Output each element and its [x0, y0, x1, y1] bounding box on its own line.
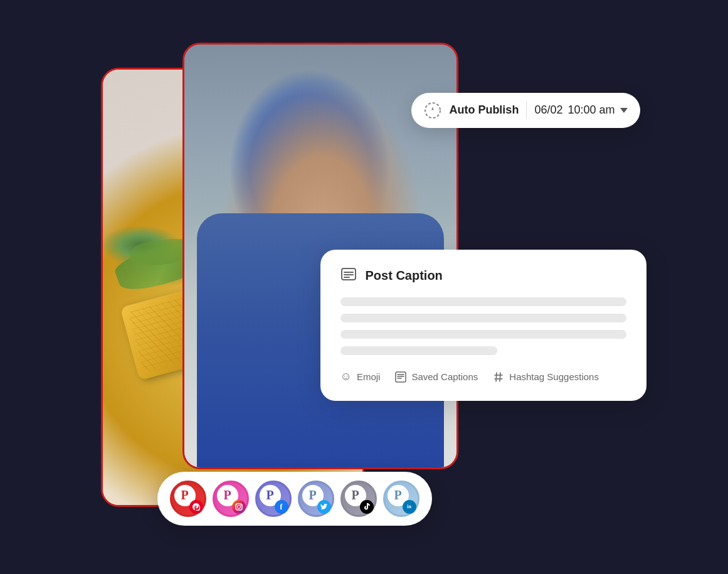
social-icons-pill: P P P f P	[157, 472, 432, 526]
social-icon-instagram[interactable]: P	[213, 481, 249, 517]
post-caption-card: Post Caption ☺ Emoji Saved Captions	[320, 250, 646, 401]
svg-point-0	[425, 103, 440, 118]
caption-line-2	[340, 314, 626, 322]
publish-label: Auto Publish	[449, 104, 519, 117]
instagram-badge	[232, 500, 246, 514]
caption-header: Post Caption	[340, 267, 626, 285]
saved-captions-icon	[395, 370, 406, 383]
linkedin-badge: in	[403, 500, 416, 514]
saved-captions-toolbar-item[interactable]: Saved Captions	[395, 370, 478, 383]
saved-captions-label: Saved Captions	[411, 371, 478, 382]
chevron-down-icon[interactable]	[620, 108, 628, 113]
hashtag-toolbar-item[interactable]: Hashtag Suggestions	[493, 370, 599, 383]
main-scene: Auto Publish 06/02 10:00 am Post Caption	[82, 30, 646, 545]
svg-rect-2	[396, 372, 406, 382]
social-icon-twitter[interactable]: P	[298, 481, 334, 517]
caption-toolbar: ☺ Emoji Saved Captions Hashta	[340, 370, 626, 383]
publish-divider	[526, 102, 527, 119]
social-icon-linkedin[interactable]: P in	[383, 481, 419, 517]
svg-point-5	[240, 504, 241, 506]
facebook-badge: f	[275, 500, 288, 514]
hashtag-label: Hashtag Suggestions	[509, 371, 599, 382]
caption-line-4	[340, 346, 498, 355]
caption-lines	[340, 297, 626, 355]
publish-time-value: 10:00 am	[567, 104, 615, 117]
caption-title: Post Caption	[366, 268, 443, 283]
caption-line-1	[340, 297, 626, 306]
social-icon-facebook[interactable]: P f	[255, 481, 292, 517]
social-icon-tiktok[interactable]: P	[340, 481, 377, 517]
twitter-badge	[317, 500, 331, 514]
emoji-icon: ☺	[340, 370, 352, 383]
publish-time: 06/02 10:00 am	[534, 104, 627, 117]
publish-date: 06/02	[534, 104, 562, 117]
caption-line-3	[340, 330, 626, 339]
emoji-toolbar-item[interactable]: ☺ Emoji	[340, 370, 381, 383]
pinterest-badge	[189, 500, 203, 514]
caption-icon	[340, 267, 358, 285]
tiktok-badge	[360, 500, 374, 514]
social-icon-pinterest[interactable]: P	[170, 481, 206, 517]
svg-point-4	[237, 505, 240, 508]
hashtag-icon	[493, 370, 504, 383]
auto-publish-pill[interactable]: Auto Publish 06/02 10:00 am	[411, 93, 640, 128]
auto-publish-icon	[424, 102, 441, 119]
emoji-label: Emoji	[357, 371, 381, 382]
